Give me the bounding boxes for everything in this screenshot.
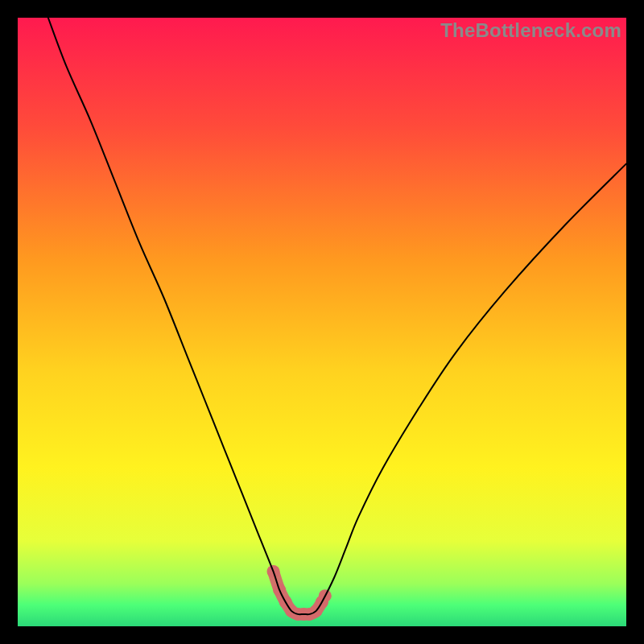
gradient-background <box>18 18 626 626</box>
bottleneck-chart <box>18 18 626 626</box>
chart-frame: TheBottleneck.com <box>0 0 644 644</box>
watermark-text: TheBottleneck.com <box>440 19 621 42</box>
plot-area: TheBottleneck.com <box>18 18 626 626</box>
